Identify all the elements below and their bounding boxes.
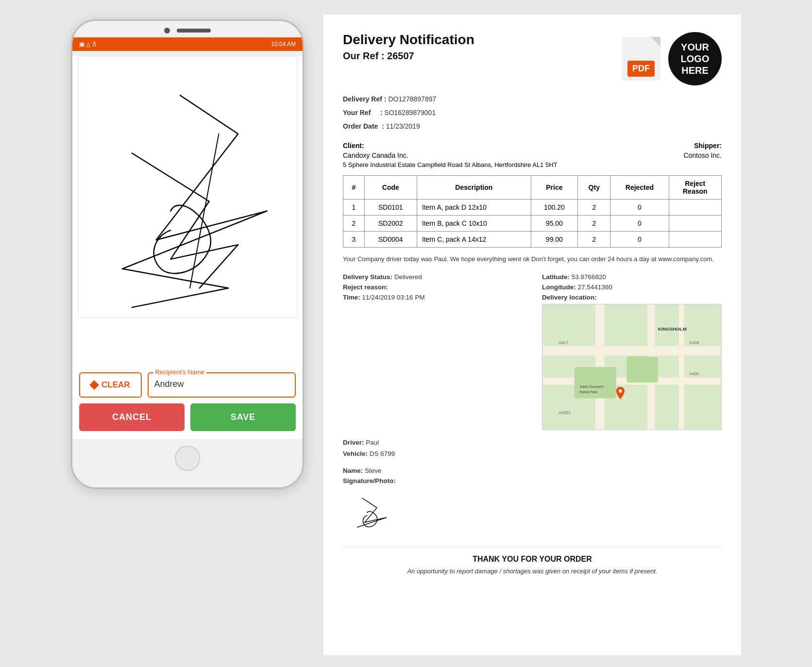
reject-reason-line: Reject reason: [343,283,523,291]
table-cell-r0-c2: Item A, pack D 12x10 [417,200,531,216]
svg-rect-1 [543,346,721,355]
recipient-field[interactable]: Recipient's Name Andrew [148,372,296,398]
phone-top-bar [72,21,303,37]
sig-label: Signature/Photo: [343,477,722,484]
driver-value: Paul [366,439,379,446]
col-price: Price [531,176,578,200]
shipper-section: Shipper: Contoso Inc. [683,142,722,168]
client-label: Client: [343,142,558,150]
table-cell-r0-c0: 1 [343,200,365,216]
doc-title-section: Delivery Notification Our Ref : 26507 [343,32,474,62]
pdf-icon[interactable]: PDF [622,37,660,81]
col-rejected: Rejected [610,176,669,200]
client-section: Client: Candoxy Canada Inc. 5 Sphere Ind… [343,142,558,168]
doc-meta: Delivery Ref : DO1278897897 Your Ref : S… [343,92,722,133]
doc-ref: Our Ref : 26507 [343,50,474,62]
table-cell-r1-c5: 0 [610,216,669,232]
table-cell-r2-c2: Item C, pack A 14x12 [417,232,531,248]
doc-driver-section: Driver: Paul Vehicle: DS 6799 [343,439,722,457]
phone-camera [164,28,170,33]
doc-sig-section: Name: Steve Signature/Photo: [343,467,722,532]
home-button[interactable] [175,446,200,471]
vehicle-value: DS 6799 [370,450,395,457]
controls-row2: CANCEL SAVE [79,403,296,431]
delivery-status-label: Delivery Status: [343,273,392,281]
doc-footer-note: An opportunity to report damage / shorta… [343,567,722,575]
time-line: Time: 11/24/2019 03:16 PM [343,294,523,301]
driver-label: Driver: [343,439,364,446]
doc-status-left: Delivery Status: Delivered Reject reason… [343,273,523,430]
table-cell-r1-c6 [669,216,721,232]
signature-canvas[interactable] [77,56,298,318]
vehicle-label: Vehicle: [343,450,368,457]
doc-footer-title: THANK YOU FOR YOUR ORDER [343,555,722,564]
logo-line3: HERE [681,65,709,76]
delivery-ref-label: Delivery Ref : [343,95,388,103]
logo-circle: YOUR LOGO HERE [668,32,722,85]
svg-text:KINGSHOLM: KINGSHOLM [658,326,687,332]
map-container: A417 A439 A430 A4301 KINGSHOLM Saint Osw… [542,304,722,430]
svg-text:A430: A430 [689,371,699,376]
your-ref-value: SO16289879001 [384,109,436,117]
order-date-label: Order Date : [343,122,386,130]
table-cell-r1-c2: Item B, pack C 10x10 [417,216,531,232]
table-cell-r1-c1: SD2002 [364,216,417,232]
recipient-value: Andrew [154,378,289,389]
signature-image [343,488,722,532]
table-cell-r2-c0: 3 [343,232,365,248]
doc-footer: THANK YOU FOR YOUR ORDER An opportunity … [343,547,722,575]
order-date-line: Order Date : 11/23/2019 [343,119,722,133]
status-bar: ▣ △ ♁ 10:04 AM [72,37,303,51]
doc-client-shipper: Client: Candoxy Canada Inc. 5 Sphere Ind… [343,142,722,168]
delivery-ref-value: DO1278897897 [388,95,436,103]
table-cell-r2-c5: 0 [610,232,669,248]
phone-speaker [177,29,211,33]
diamond-icon [89,380,99,390]
table-row: 3SD0004Item C, pack A 14x1299.0020 [343,232,722,248]
longitude-value: 27.5441360 [578,283,612,291]
longitude-label: Longitude: [542,283,576,291]
delivery-location-label: Delivery location: [542,294,722,301]
col-qty: Qty [578,176,610,200]
table-cell-r0-c3: 100.20 [531,200,578,216]
save-button[interactable]: SAVE [190,403,296,431]
svg-rect-5 [679,304,684,430]
table-cell-r2-c3: 99.00 [531,232,578,248]
svg-text:A439: A439 [689,340,699,345]
table-cell-r0-c5: 0 [610,200,669,216]
svg-text:A417: A417 [559,340,569,345]
phone-screen [72,56,303,367]
latitude-label: Latitude: [542,273,570,281]
your-ref-label: Your Ref : [343,109,384,117]
table-cell-r0-c1: SD0101 [364,200,417,216]
time-label: Time: [343,294,360,301]
recipient-label: Recipient's Name [153,368,206,376]
delivery-status-value: Delivered [394,273,422,281]
delivery-ref-line: Delivery Ref : DO1278897897 [343,92,722,106]
phone-body: ▣ △ ♁ 10:04 AM CLEAR R [71,19,304,489]
svg-point-16 [619,389,622,392]
col-reject-reason: RejectReason [669,176,721,200]
driver-line: Driver: Paul [343,439,722,446]
delivery-status-line: Delivery Status: Delivered [343,273,523,281]
status-time: 10:04 AM [271,41,296,48]
table-cell-r1-c0: 2 [343,216,365,232]
name-line: Name: Steve [343,467,722,474]
time-value: 11/24/2019 03:16 PM [362,294,425,301]
logo-line2: LOGO [681,53,710,65]
pdf-badge: PDF [627,61,655,77]
col-description: Description [417,176,531,200]
svg-rect-7 [626,356,658,383]
cancel-button[interactable]: CANCEL [79,403,185,431]
table-cell-r0-c4: 2 [578,200,610,216]
doc-note: Your Company driver today was Paul. We h… [343,254,722,265]
name-label: Name: [343,467,363,474]
items-table: # Code Description Price Qty Rejected Re… [343,175,722,248]
logo-line1: YOUR [681,41,709,53]
doc-header-icons: PDF YOUR LOGO HERE [622,32,722,85]
name-value: Steve [365,467,382,474]
shipper-name: Contoso Inc. [683,151,722,159]
table-cell-r2-c6 [669,232,721,248]
table-cell-r1-c3: 95.00 [531,216,578,232]
clear-button[interactable]: CLEAR [79,372,142,398]
